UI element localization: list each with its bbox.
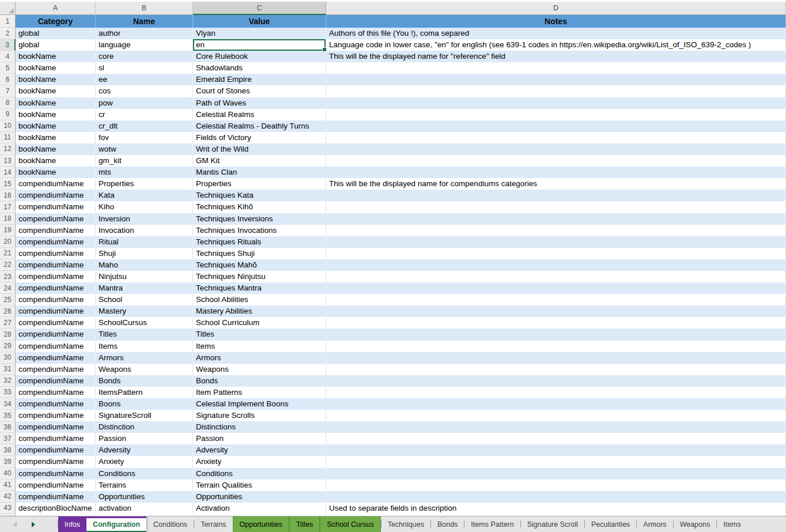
- cell-D15[interactable]: This will be the displayed name for comp…: [326, 178, 786, 190]
- cell-B30[interactable]: Armors: [96, 352, 193, 364]
- cell-C23[interactable]: Techniques Ninjutsu: [193, 271, 326, 282]
- cell-C12[interactable]: Writ of the Wild: [193, 144, 326, 155]
- cell-C10[interactable]: Celestial Realms - Deathly Turns: [193, 120, 326, 132]
- cell-A15[interactable]: compendiumName: [16, 178, 96, 190]
- sheet-tab-items[interactable]: Items: [717, 516, 747, 532]
- cell-A5[interactable]: bookName: [16, 62, 96, 74]
- select-all-button[interactable]: [0, 2, 16, 15]
- cell-A26[interactable]: compendiumName: [16, 305, 96, 317]
- cell-B7[interactable]: cos: [96, 85, 193, 97]
- cell-A33[interactable]: compendiumName: [16, 387, 96, 398]
- cell-C39[interactable]: Anxiety: [193, 456, 326, 467]
- cell-B24[interactable]: Mantra: [96, 282, 193, 294]
- column-header-B[interactable]: B: [96, 2, 193, 15]
- cell-D12[interactable]: [326, 144, 786, 155]
- row-header-21[interactable]: 21: [0, 248, 16, 259]
- cell-D3[interactable]: Language code in lower case, "en" for en…: [326, 39, 786, 51]
- cell-C6[interactable]: Emerald Empire: [193, 74, 326, 85]
- cell-A7[interactable]: bookName: [16, 85, 96, 97]
- row-header-25[interactable]: 25: [0, 294, 16, 305]
- cell-D29[interactable]: [326, 341, 786, 352]
- cell-C7[interactable]: Court of Stones: [193, 85, 326, 97]
- row-header-11[interactable]: 11: [0, 132, 16, 144]
- cell-D40[interactable]: [326, 468, 786, 480]
- cell-D26[interactable]: [326, 305, 786, 317]
- cell-D36[interactable]: [326, 421, 786, 433]
- cell-A34[interactable]: compendiumName: [16, 398, 96, 410]
- row-header-26[interactable]: 26: [0, 305, 16, 317]
- cell-B32[interactable]: Bonds: [96, 375, 193, 387]
- row-header-22[interactable]: 22: [0, 259, 16, 271]
- row-header-1[interactable]: 1: [0, 15, 16, 28]
- cell-B40[interactable]: Conditions: [96, 468, 193, 480]
- cell-D21[interactable]: [326, 248, 786, 259]
- cell-D33[interactable]: [326, 387, 786, 398]
- cell-A37[interactable]: compendiumName: [16, 433, 96, 444]
- cell-B16[interactable]: Kata: [96, 190, 193, 201]
- cell-A23[interactable]: compendiumName: [16, 271, 96, 282]
- row-header-39[interactable]: 39: [0, 456, 16, 467]
- cell-D9[interactable]: [326, 109, 786, 120]
- row-header-9[interactable]: 9: [0, 109, 16, 120]
- cell-B28[interactable]: Titles: [96, 329, 193, 340]
- cell-D20[interactable]: [326, 236, 786, 248]
- row-header-43[interactable]: 43: [0, 503, 16, 514]
- table-header-category[interactable]: Category: [16, 15, 96, 28]
- cell-C8[interactable]: Path of Waves: [193, 97, 326, 109]
- row-header-31[interactable]: 31: [0, 364, 16, 375]
- row-header-2[interactable]: 2: [0, 28, 16, 39]
- sheet-tab-school-cursus[interactable]: School Cursus: [320, 516, 380, 532]
- cell-A11[interactable]: bookName: [16, 132, 96, 144]
- row-header-6[interactable]: 6: [0, 74, 16, 85]
- cell-B34[interactable]: Boons: [96, 398, 193, 410]
- cell-C36[interactable]: Distinctions: [193, 421, 326, 433]
- cell-C34[interactable]: Celestial Implement Boons: [193, 398, 326, 410]
- row-header-14[interactable]: 14: [0, 167, 16, 178]
- cell-D18[interactable]: [326, 213, 786, 225]
- cell-A2[interactable]: global: [16, 28, 96, 39]
- cell-C41[interactable]: Terrain Qualities: [193, 480, 326, 491]
- cell-B18[interactable]: Inversion: [96, 213, 193, 225]
- cell-B37[interactable]: Passion: [96, 433, 193, 444]
- row-header-38[interactable]: 38: [0, 444, 16, 456]
- cell-D11[interactable]: [326, 132, 786, 144]
- cell-D35[interactable]: [326, 410, 786, 421]
- cell-A9[interactable]: bookName: [16, 109, 96, 120]
- cell-B33[interactable]: ItemsPattern: [96, 387, 193, 398]
- sheet-tab-items-pattern[interactable]: Items Pattern: [464, 516, 520, 532]
- cell-C24[interactable]: Techniques Mantra: [193, 282, 326, 294]
- cell-B22[interactable]: Maho: [96, 259, 193, 271]
- cell-D17[interactable]: [326, 201, 786, 213]
- row-header-23[interactable]: 23: [0, 271, 16, 282]
- cell-C42[interactable]: Opportunities: [193, 491, 326, 503]
- cell-D32[interactable]: [326, 375, 786, 387]
- cell-A29[interactable]: compendiumName: [16, 341, 96, 352]
- cell-B39[interactable]: Anxiety: [96, 456, 193, 467]
- cell-B29[interactable]: Items: [96, 341, 193, 352]
- row-header-4[interactable]: 4: [0, 51, 16, 62]
- cell-C35[interactable]: Signature Scrolls: [193, 410, 326, 421]
- row-header-42[interactable]: 42: [0, 491, 16, 503]
- row-header-40[interactable]: 40: [0, 468, 16, 480]
- cell-B11[interactable]: fov: [96, 132, 193, 144]
- cell-D34[interactable]: [326, 398, 786, 410]
- cell-A27[interactable]: compendiumName: [16, 317, 96, 329]
- cell-A18[interactable]: compendiumName: [16, 213, 96, 225]
- cell-C22[interactable]: Techniques Mahõ: [193, 259, 326, 271]
- cell-C2[interactable]: Vlyan: [193, 28, 326, 39]
- sheet-tab-conditions[interactable]: Conditions: [147, 516, 194, 532]
- cell-A19[interactable]: compendiumName: [16, 225, 96, 236]
- cell-B14[interactable]: mts: [96, 167, 193, 178]
- cell-C40[interactable]: Conditions: [193, 468, 326, 480]
- cell-B23[interactable]: Ninjutsu: [96, 271, 193, 282]
- column-header-C[interactable]: C: [193, 2, 326, 15]
- cell-B4[interactable]: core: [96, 51, 193, 62]
- table-header-notes[interactable]: Notes: [326, 15, 786, 28]
- row-header-3[interactable]: 3: [0, 39, 16, 51]
- cell-C11[interactable]: Fields of Victory: [193, 132, 326, 144]
- row-header-16[interactable]: 16: [0, 190, 16, 201]
- cell-B41[interactable]: Terrains: [96, 480, 193, 491]
- row-header-36[interactable]: 36: [0, 421, 16, 433]
- cell-A10[interactable]: bookName: [16, 120, 96, 132]
- cell-B20[interactable]: Ritual: [96, 236, 193, 248]
